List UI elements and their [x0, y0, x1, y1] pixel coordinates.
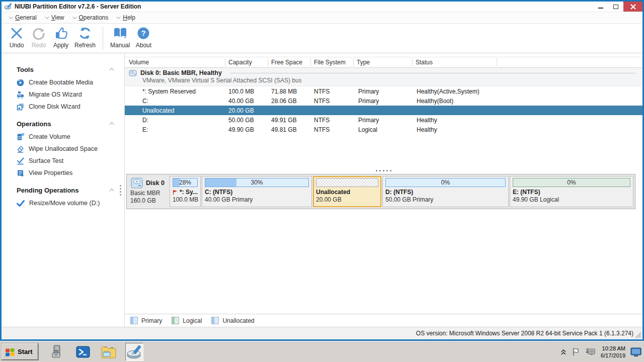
resize-grip[interactable]: [635, 332, 641, 338]
table-row-d[interactable]: D: 50.00 GB 49.91 GB NTFS Primary Health…: [125, 115, 642, 125]
usage-bar: 0%: [385, 178, 506, 187]
menu-general-label: General: [15, 14, 37, 21]
column-file-system[interactable]: File System: [311, 58, 354, 66]
sidebar-splitter-handle[interactable]: [120, 185, 121, 196]
disk-group-row[interactable]: Disk 0: Basic MBR, Healthy VMware, VMwar…: [125, 68, 642, 86]
minimize-button[interactable]: [593, 2, 608, 12]
app-window: NIUBI Partition Editor v7.2.6 - Server E…: [0, 0, 644, 341]
flag-icon: [173, 190, 178, 195]
close-button[interactable]: [623, 2, 642, 12]
cell-file-system: NTFS: [311, 126, 354, 133]
sidebar-item-migrate-os-wizard[interactable]: Migrate OS Wizard: [17, 88, 124, 101]
section-pending-operations[interactable]: Pending Operations: [17, 185, 114, 195]
maximize-button[interactable]: [608, 2, 623, 12]
table-row-e[interactable]: E: 49.90 GB 49.81 GB NTFS Logical Health…: [125, 125, 642, 134]
sidebar-item-wipe-unallocated-space[interactable]: Wipe Unallocated Space: [17, 143, 124, 155]
about-button[interactable]: ? About: [132, 26, 154, 49]
wipe-icon: [17, 145, 24, 153]
cell-type: Primary: [354, 117, 413, 124]
partition-block-d[interactable]: 0% D: (NTFS) 50.00 GB Primary: [382, 176, 509, 207]
cell-status: Healthy: [413, 126, 497, 133]
spacer: [2, 113, 124, 119]
cell-volume: Unallocated: [125, 107, 225, 114]
section-operations[interactable]: Operations: [17, 119, 114, 129]
menu-view[interactable]: View: [42, 12, 70, 23]
cell-capacity: 50.00 GB: [225, 117, 268, 124]
cell-free-space: 49.81 GB: [268, 126, 311, 133]
surface-test-icon: [17, 157, 24, 165]
start-label: Start: [18, 348, 33, 355]
horizontal-splitter-handle[interactable]: [374, 170, 394, 171]
partition-block-c[interactable]: 30% C: (NTFS) 40.00 GB Primary: [202, 176, 312, 207]
usage-label: 28%: [179, 179, 191, 186]
window-controls: [593, 2, 642, 12]
section-tools[interactable]: Tools: [17, 64, 114, 74]
menu-general[interactable]: General: [6, 12, 42, 23]
partition-info: 40.00 GB Primary: [205, 196, 309, 203]
refresh-button[interactable]: Refresh: [72, 26, 98, 49]
window-title: NIUBI Partition Editor v7.2.6 - Server E…: [15, 3, 141, 10]
chevron-up-icon: [109, 188, 114, 193]
partition-label: C: (NTFS): [205, 189, 232, 196]
cell-file-system: NTFS: [311, 98, 354, 105]
menu-help[interactable]: Help: [114, 12, 141, 23]
book-icon: [113, 26, 128, 40]
column-capacity[interactable]: Capacity: [225, 58, 268, 66]
table-row-system-reserved[interactable]: *: System Reserved 100.0 MB 71.88 MB NTF…: [125, 86, 642, 96]
os-version-text: OS version: Microsoft Windows Server 200…: [416, 330, 633, 337]
legend-logical: Logical: [172, 317, 202, 324]
clone-icon: [17, 103, 24, 111]
pending-item-resize-move-volume[interactable]: Resize/Move volume (D:): [17, 197, 124, 209]
sidebar-item-create-bootable-media[interactable]: Create Bootable Media: [17, 76, 124, 88]
start-button[interactable]: Start: [2, 343, 38, 360]
sidebar-item-clone-disk-wizard[interactable]: Clone Disk Wizard: [17, 101, 124, 113]
taskbar-clock[interactable]: 10:28 AM 6/17/2019: [601, 345, 625, 359]
item-label: Clone Disk Wizard: [29, 103, 80, 110]
apply-button[interactable]: Apply: [50, 26, 72, 49]
usage-label: 0%: [567, 179, 576, 186]
partition-label: D: (NTFS): [385, 189, 413, 196]
manual-label: Manual: [110, 42, 130, 49]
column-type[interactable]: Type: [354, 58, 413, 66]
column-status[interactable]: Status: [413, 58, 497, 66]
cell-volume: C:: [125, 98, 225, 105]
table-row-c[interactable]: C: 40.00 GB 28.06 GB NTFS Primary Health…: [125, 96, 642, 106]
legend: Primary Logical Unallocated: [125, 314, 642, 327]
disk-info-block[interactable]: Disk 0 Basic MBR 160.0 GB: [128, 176, 169, 207]
usage-bar: 0%: [513, 178, 630, 187]
question-icon: ?: [136, 26, 150, 40]
file-explorer-button[interactable]: [100, 343, 118, 361]
sidebar-item-view-properties[interactable]: View Properties: [17, 167, 124, 179]
tray-expand-icon[interactable]: [560, 348, 567, 356]
undo-icon: [10, 26, 24, 40]
partition-block-e[interactable]: 0% E: (NTFS) 49.90 GB Logical: [510, 176, 633, 207]
partition-block-system-reserved[interactable]: 28% *: Sy... 100.0 MB: [170, 176, 201, 207]
action-center-flag-icon[interactable]: [572, 347, 581, 356]
partition-label: E: (NTFS): [513, 189, 540, 196]
partition-block-unallocated-selected[interactable]: Unallocated 20.00 GB: [313, 176, 381, 207]
cell-status: Healthy(Active,System): [413, 88, 497, 95]
logical-swatch: [172, 317, 179, 324]
server-manager-button[interactable]: [48, 343, 66, 361]
chevron-down-icon: [45, 15, 49, 19]
manual-button[interactable]: Manual: [108, 26, 132, 49]
network-icon[interactable]: [586, 347, 596, 356]
disk-size: 160.0 GB: [130, 197, 169, 205]
column-free-space[interactable]: Free Space: [268, 58, 311, 66]
show-desktop-icon[interactable]: [630, 347, 641, 357]
legend-unallocated-label: Unallocated: [222, 317, 254, 324]
disk-type: Basic MBR: [130, 190, 169, 197]
niubi-partition-editor-button[interactable]: [125, 343, 143, 361]
sidebar: Tools Create Bootable Media Migrate OS W…: [2, 53, 125, 327]
sidebar-item-create-volume[interactable]: Create Volume: [17, 131, 124, 143]
chevron-down-icon: [72, 15, 76, 19]
column-volume[interactable]: Volume: [125, 58, 225, 66]
close-icon: [630, 4, 636, 10]
thumbs-up-icon: [54, 26, 68, 40]
powershell-button[interactable]: [74, 343, 92, 361]
undo-button[interactable]: Undo: [6, 26, 28, 49]
menu-operations[interactable]: Operations: [70, 12, 114, 23]
sidebar-item-surface-test[interactable]: Surface Test: [17, 155, 124, 167]
cell-type: Logical: [354, 126, 413, 133]
table-row-unallocated-selected[interactable]: Unallocated 20.00 GB: [125, 106, 642, 115]
